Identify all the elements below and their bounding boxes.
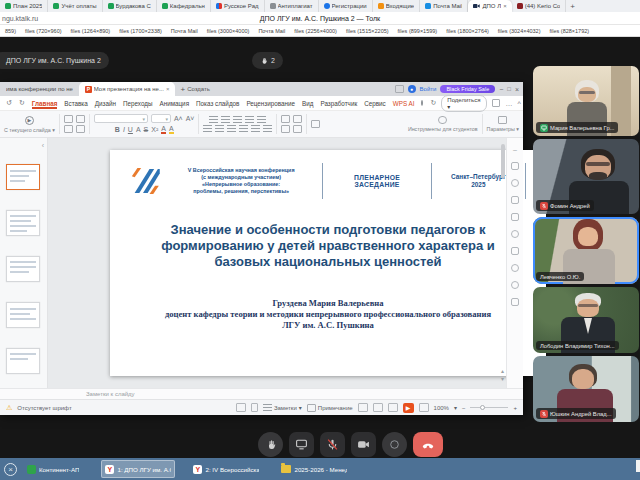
- canvas-scrollbar[interactable]: [501, 144, 505, 178]
- rail-share-icon[interactable]: [511, 162, 519, 170]
- grow-font-icon[interactable]: A˄: [174, 115, 183, 122]
- rail-apps-icon[interactable]: [511, 298, 519, 306]
- slide-thumbnail-4[interactable]: [6, 302, 40, 328]
- doc-close-icon[interactable]: ×: [166, 86, 170, 92]
- justify-icon[interactable]: [239, 125, 248, 132]
- rail-collapse-icon[interactable]: –: [513, 146, 517, 153]
- line-spacing-icon[interactable]: [257, 116, 266, 123]
- align-right-icon[interactable]: [227, 125, 236, 132]
- browser-tab[interactable]: Учёт оплаты: [48, 0, 102, 12]
- student-tools-button[interactable]: Инструменты для студентов: [408, 116, 478, 132]
- taskbar-item-folder[interactable]: 2025-2026 - Менед...: [277, 460, 351, 478]
- table-icon[interactable]: [293, 125, 302, 133]
- columns-icon[interactable]: [251, 125, 260, 132]
- highlight-button[interactable]: A: [169, 125, 174, 134]
- hang-up-button[interactable]: [413, 432, 443, 457]
- video-tile-2[interactable]: Фомин Андрей: [533, 139, 639, 214]
- bookmark[interactable]: files (828×1792): [550, 28, 590, 34]
- font-color-button[interactable]: A: [161, 125, 166, 134]
- browser-tab[interactable]: Бурдакова С: [103, 0, 157, 12]
- bookmark[interactable]: files (720×960): [25, 28, 62, 34]
- ribbon-tab-developer[interactable]: Разработчик: [320, 100, 357, 107]
- raise-hand-button[interactable]: [258, 432, 283, 457]
- slide-thumbnail-2[interactable]: [6, 210, 40, 236]
- slide-thumbnail-5[interactable]: [6, 348, 40, 374]
- video-tile-3[interactable]: Левченко О.Ю.: [533, 217, 639, 284]
- ribbon-tab-view[interactable]: Вид: [302, 100, 313, 107]
- doc-tab[interactable]: има конференции по не: [0, 82, 79, 96]
- reading-view-icon[interactable]: [388, 403, 398, 412]
- textbox-icon[interactable]: [281, 115, 290, 123]
- bullet-list-icon[interactable]: [209, 116, 218, 123]
- redo-icon[interactable]: ↻: [19, 99, 25, 107]
- bookmark[interactable]: files (2256×4000): [294, 28, 337, 34]
- collapse-ribbon-icon[interactable]: ^: [517, 100, 520, 107]
- share-button[interactable]: Поделиться ▾: [441, 95, 487, 112]
- slide-thumbnail-1[interactable]: [6, 164, 40, 190]
- minimize-icon[interactable]: −: [499, 86, 503, 93]
- slideshow-button[interactable]: ▶: [403, 403, 414, 413]
- tab-close-icon[interactable]: ×: [503, 3, 507, 9]
- next-slide-icon[interactable]: ▾: [501, 375, 504, 382]
- close-icon[interactable]: ×: [515, 86, 519, 93]
- options-button[interactable]: Параметры ▾: [487, 116, 519, 132]
- login-button[interactable]: Войти: [420, 86, 437, 92]
- microphone-button[interactable]: [320, 432, 345, 457]
- browser-tab[interactable]: Кафедральн: [157, 0, 211, 12]
- ribbon-tab-home[interactable]: Главная: [32, 100, 58, 107]
- bookmark[interactable]: 859): [5, 28, 16, 34]
- browser-tab-active[interactable]: ДПО Л ×: [468, 0, 511, 12]
- browser-tab[interactable]: Русское Рад: [211, 0, 265, 12]
- zoom-level[interactable]: 100%: [434, 405, 449, 411]
- bookmark[interactable]: Почта Mail: [171, 28, 198, 34]
- taskbar-close-icon[interactable]: ×: [4, 463, 17, 476]
- shadow-button[interactable]: A: [136, 126, 141, 133]
- indent-increase-icon[interactable]: [245, 116, 254, 123]
- find-icon[interactable]: [311, 120, 320, 128]
- layout-icon[interactable]: [492, 99, 500, 107]
- bookmark[interactable]: files (1800×2764): [446, 28, 489, 34]
- superscript-button[interactable]: X²: [151, 126, 158, 133]
- slide-thumbnail-3[interactable]: [6, 256, 40, 282]
- bookmark[interactable]: Почта Mail: [258, 28, 285, 34]
- maximize-icon[interactable]: □: [507, 86, 511, 92]
- ribbon-tab-insert[interactable]: Вставка: [64, 100, 87, 107]
- video-tile-4[interactable]: Лободин Владимир Тихон...: [533, 287, 639, 353]
- browser-tab[interactable]: План 2025: [0, 0, 48, 12]
- notes-toggle[interactable]: Заметки ▾: [263, 404, 302, 411]
- taskbar-item-kontinent[interactable]: Континент-АП: [23, 460, 83, 478]
- sync-icon[interactable]: ↻: [430, 99, 436, 107]
- browser-tab[interactable]: Входящие: [373, 0, 420, 12]
- browser-tab[interactable]: Почта Mail: [420, 0, 468, 12]
- raised-hands-badge[interactable]: 2: [252, 52, 283, 69]
- comment-button[interactable]: Примечание: [307, 404, 353, 412]
- font-family-select[interactable]: ▾: [94, 114, 148, 123]
- screen-share-button[interactable]: [289, 432, 314, 457]
- ribbon-tab-design[interactable]: Дизайн: [95, 100, 116, 107]
- copy-icon[interactable]: [64, 125, 73, 133]
- new-tab-button[interactable]: +: [570, 2, 575, 11]
- camera-button[interactable]: [351, 432, 376, 457]
- bookmark[interactable]: files (3024×4032): [498, 28, 541, 34]
- doc-tab-active[interactable]: P Моя презентация на не... ×: [79, 82, 176, 96]
- bookmark[interactable]: files (1700×2338): [119, 28, 162, 34]
- browser-tab[interactable]: Антиплагиат: [265, 0, 319, 12]
- align-left-icon[interactable]: [203, 125, 212, 132]
- collapse-panel-icon[interactable]: ‹: [42, 142, 44, 149]
- browser-tab[interactable]: (44) Kerio Co: [512, 0, 567, 12]
- ribbon-tab-wps-ai[interactable]: WPS AI: [393, 100, 415, 107]
- zoom-slider[interactable]: [470, 407, 508, 408]
- cut-icon[interactable]: [76, 125, 85, 133]
- rail-favorites-icon[interactable]: [511, 230, 519, 238]
- rail-swap-icon[interactable]: [511, 247, 519, 255]
- italic-button[interactable]: I: [123, 126, 125, 133]
- ribbon-tab-slideshow[interactable]: Показ слайдов: [196, 100, 239, 107]
- strike-button[interactable]: S: [144, 126, 149, 133]
- browser-tab[interactable]: Регистрации: [319, 0, 373, 12]
- font-size-select[interactable]: ▾: [151, 114, 171, 123]
- picture-icon[interactable]: [281, 125, 290, 133]
- taskbar-item-browser-1[interactable]: Y 1: ДПО ЛГУ им. А.С...: [101, 460, 175, 478]
- theme-icon[interactable]: [236, 403, 246, 412]
- bookmark[interactable]: files (899×1599): [398, 28, 438, 34]
- bookmark[interactable]: files (3000×4000): [207, 28, 250, 34]
